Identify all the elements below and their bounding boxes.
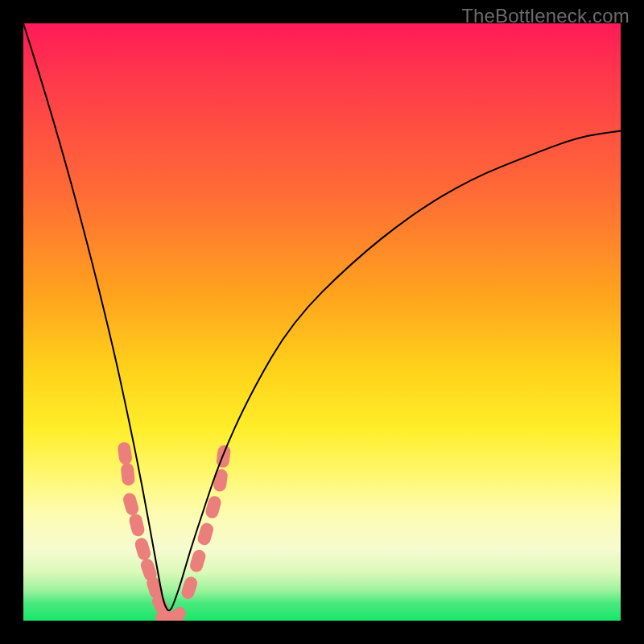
- highlight-blob: [128, 513, 146, 538]
- curve-layer: [23, 23, 621, 621]
- bottleneck-curve: [23, 23, 621, 610]
- highlight-blob: [180, 575, 199, 600]
- highlight-blob: [117, 441, 133, 465]
- highlight-blob: [216, 444, 231, 469]
- highlight-blobs: [117, 441, 231, 621]
- highlight-blob: [188, 548, 207, 573]
- highlight-blob: [213, 469, 228, 493]
- highlight-blob: [120, 462, 135, 485]
- chart-frame: TheBottleneck.com: [0, 0, 644, 644]
- plot-area: [23, 23, 621, 621]
- highlight-blob: [122, 492, 140, 517]
- highlight-blob: [134, 536, 152, 561]
